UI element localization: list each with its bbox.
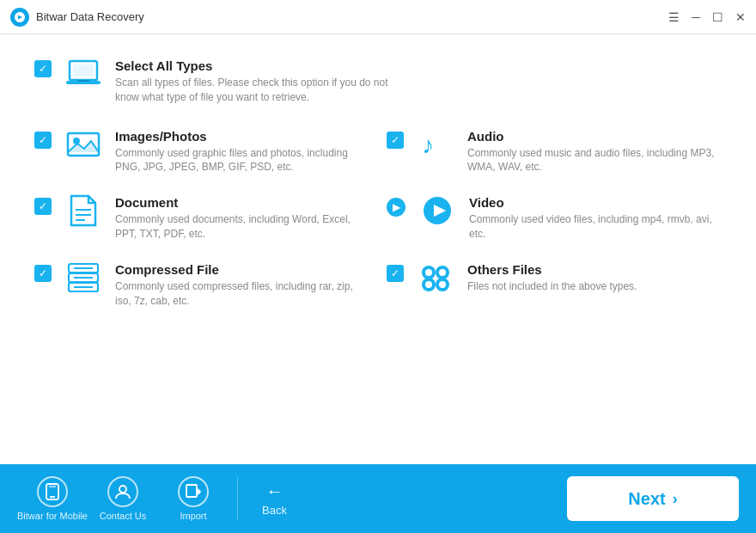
close-icon[interactable]: ✕ <box>735 10 746 24</box>
others-info: Others Files Files not included in the a… <box>467 262 637 294</box>
minimize-icon[interactable]: ─ <box>692 10 700 24</box>
import-button[interactable]: Import <box>158 464 229 533</box>
app-logo <box>10 8 29 27</box>
select-all-info: Select All Types Scan all types of files… <box>115 58 407 105</box>
svg-point-22 <box>425 269 432 276</box>
select-all-description: Scan all types of files. Please check th… <box>115 76 407 105</box>
import-label: Import <box>180 511 206 521</box>
type-row-compressed: ✓ Compressed File Commonly used compress… <box>34 262 369 309</box>
compressed-checkbox[interactable]: ✓ <box>34 265 52 282</box>
next-arrow-icon: › <box>673 490 678 508</box>
svg-rect-1 <box>73 64 94 77</box>
mobile-icon <box>37 476 68 507</box>
next-button[interactable]: Next › <box>567 476 739 521</box>
type-row-others: ✓ Others Files Files not included in the… <box>387 262 722 309</box>
bottom-bar: Bitwar for Mobile Contact Us Import <box>0 464 756 533</box>
select-all-label: Select All Types <box>115 58 407 73</box>
document-info: Document Commonly used documents, includ… <box>115 195 369 242</box>
document-description: Commonly used documents, including Word,… <box>115 212 369 242</box>
video-checkbox[interactable]: ▶ <box>387 198 405 217</box>
others-checkbox[interactable]: ✓ <box>387 265 404 282</box>
compress-icon <box>64 262 103 293</box>
document-label: Document <box>115 195 369 210</box>
images-label: Images/Photos <box>115 129 369 144</box>
type-row-audio: ✓ ♪ Audio Commonly used music and audio … <box>387 129 722 175</box>
bottom-divider <box>237 477 238 520</box>
contact-button[interactable]: Contact Us <box>88 464 158 533</box>
svg-point-24 <box>425 281 432 288</box>
type-row-images: ✓ Images/Photos Commonly used graphic fi… <box>34 129 369 175</box>
file-types-grid: ✓ Images/Photos Commonly used graphic fi… <box>34 129 722 309</box>
video-icon <box>418 195 457 226</box>
images-checkbox[interactable]: ✓ <box>34 132 52 149</box>
others-description: Files not included in the above types. <box>467 279 637 294</box>
back-button[interactable]: ← Back <box>247 464 302 533</box>
compressed-label: Compressed File <box>115 262 369 277</box>
contact-label: Contact Us <box>100 511 146 521</box>
back-label: Back <box>262 504 287 517</box>
select-all-row: ✓ Select All Types Scan all types of fil… <box>34 58 722 105</box>
bottom-actions: Bitwar for Mobile Contact Us Import <box>17 464 229 533</box>
audio-info: Audio Commonly used music and audio file… <box>467 129 722 175</box>
window-controls: ☰ ─ ☐ ✕ <box>668 10 746 24</box>
svg-rect-3 <box>77 80 89 82</box>
select-all-checkbox[interactable]: ✓ <box>34 60 52 77</box>
laptop-icon <box>64 58 103 89</box>
maximize-icon[interactable]: ☐ <box>712 10 723 24</box>
hamburger-icon[interactable]: ☰ <box>668 10 680 24</box>
svg-point-23 <box>439 269 446 276</box>
contact-icon <box>107 476 138 507</box>
images-description: Commonly used graphic files and photos, … <box>115 146 369 175</box>
document-checkbox[interactable]: ✓ <box>34 198 52 215</box>
video-info: Video Commonly used video files, includi… <box>469 195 722 242</box>
back-arrow-icon: ← <box>265 481 283 501</box>
type-row-document: ✓ Document Commonly used documents, incl… <box>34 195 369 242</box>
main-content: ✓ Select All Types Scan all types of fil… <box>0 34 756 464</box>
video-description: Commonly used video files, including mp4… <box>469 212 722 242</box>
svg-text:♪: ♪ <box>422 132 434 158</box>
titlebar: Bitwar Data Recovery ☰ ─ ☐ ✕ <box>0 0 756 34</box>
audio-icon: ♪ <box>416 129 455 160</box>
mobile-button[interactable]: Bitwar for Mobile <box>17 464 88 533</box>
video-label: Video <box>469 195 722 210</box>
audio-checkbox[interactable]: ✓ <box>387 132 404 149</box>
audio-description: Commonly used music and audio files, inc… <box>467 146 722 175</box>
other-icon <box>416 262 455 293</box>
images-info: Images/Photos Commonly used graphic file… <box>115 129 369 175</box>
document-icon <box>64 195 103 226</box>
audio-label: Audio <box>467 129 722 144</box>
mobile-label: Bitwar for Mobile <box>17 511 88 521</box>
others-label: Others Files <box>467 262 637 277</box>
svg-point-29 <box>119 486 126 493</box>
svg-rect-30 <box>186 485 197 497</box>
app-title: Bitwar Data Recovery <box>36 10 668 23</box>
type-row-video: ▶ Video Commonly used video files, inclu… <box>387 195 722 242</box>
compressed-description: Commonly used compressed files, includin… <box>115 279 369 309</box>
import-icon <box>178 476 209 507</box>
next-label: Next <box>628 489 665 509</box>
image-icon <box>64 129 103 160</box>
compressed-info: Compressed File Commonly used compressed… <box>115 262 369 309</box>
svg-point-25 <box>439 281 446 288</box>
